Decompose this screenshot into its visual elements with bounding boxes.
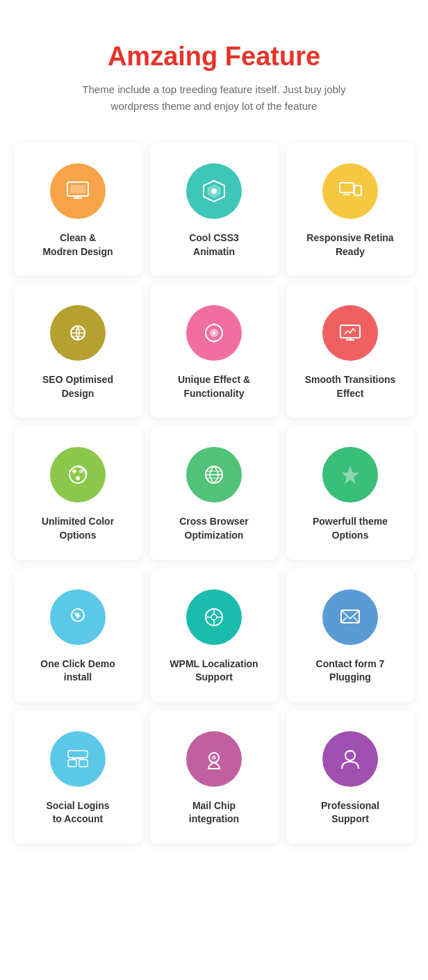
- feature-icon-wpml-localization-support: [186, 589, 242, 645]
- feature-icon-professional-support: [322, 731, 378, 787]
- svg-point-6: [211, 188, 217, 194]
- feature-icon-one-click-demo-install: [50, 589, 106, 645]
- svg-rect-7: [340, 183, 354, 193]
- feature-card-smooth-transitions-effect: Smooth TransitionsEffect: [286, 284, 414, 418]
- feature-card-contact-form-plugging: Contact form 7Plugging: [286, 569, 414, 702]
- feature-card-powerfull-theme-options: Powerfull themeOptions: [286, 426, 414, 560]
- feature-label-clean-modern-design: Clean &Modren Design: [42, 231, 113, 259]
- feature-label-unique-effect-functionality: Unique Effect &Functionality: [178, 373, 250, 400]
- feature-label-social-logins-to-account: Social Loginsto Account: [46, 799, 109, 826]
- feature-card-responsive-retina-ready: Responsive RetinaReady: [286, 142, 414, 276]
- feature-icon-unlimited-color-options: [50, 447, 106, 503]
- features-grid: Clean &Modren Design Cool CSS3Animatin R…: [14, 142, 414, 844]
- svg-line-51: [347, 751, 347, 753]
- feature-card-unlimited-color-options: Unlimited ColorOptions: [14, 426, 142, 560]
- svg-point-23: [72, 469, 76, 473]
- svg-rect-19: [340, 325, 360, 338]
- svg-rect-3: [70, 185, 85, 193]
- feature-card-one-click-demo-install: One Click Demoinstall: [14, 569, 142, 702]
- page-header: Amzaing Feature Theme include a top tree…: [14, 42, 414, 115]
- feature-label-smooth-transitions-effect: Smooth TransitionsEffect: [305, 373, 396, 400]
- svg-line-40: [354, 617, 359, 623]
- svg-point-16: [213, 332, 215, 334]
- feature-icon-mail-chip-integration: [186, 731, 242, 787]
- feature-icon-unique-effect-functionality: [186, 305, 242, 361]
- feature-icon-cross-browser-optimization: [186, 447, 242, 503]
- feature-label-powerfull-theme-options: Powerfull themeOptions: [313, 515, 388, 542]
- feature-label-seo-optimised-design: SEO OptimisedDesign: [42, 373, 113, 400]
- feature-card-seo-optimised-design: SEO OptimisedDesign: [14, 284, 142, 418]
- svg-rect-41: [68, 751, 88, 758]
- feature-card-professional-support: ProfessionalSupport: [286, 710, 414, 844]
- feature-label-wpml-localization-support: WPML LocalizationSupport: [170, 658, 258, 685]
- feature-icon-powerfull-theme-options: [322, 447, 378, 503]
- feature-label-contact-form-plugging: Contact form 7Plugging: [316, 658, 385, 685]
- feature-label-cross-browser-optimization: Cross BrowserOptimization: [179, 515, 249, 542]
- feature-icon-cool-css3-animation: [186, 163, 242, 219]
- feature-icon-seo-optimised-design: [50, 305, 106, 361]
- feature-label-professional-support: ProfessionalSupport: [321, 799, 379, 826]
- feature-card-wpml-localization-support: WPML LocalizationSupport: [150, 569, 278, 702]
- feature-icon-responsive-retina-ready: [322, 163, 378, 219]
- feature-card-cool-css3-animation: Cool CSS3Animatin: [150, 142, 278, 276]
- svg-point-31: [74, 612, 77, 615]
- svg-line-39: [341, 617, 347, 623]
- feature-icon-contact-form-plugging: [322, 589, 378, 645]
- feature-icon-smooth-transitions-effect: [322, 305, 378, 361]
- feature-card-cross-browser-optimization: Cross BrowserOptimization: [150, 426, 278, 560]
- feature-card-mail-chip-integration: Mail Chipintegration: [150, 710, 278, 844]
- feature-card-social-logins-to-account: Social Loginsto Account: [14, 710, 142, 844]
- page-wrapper: Amzaing Feature Theme include a top tree…: [0, 0, 428, 885]
- feature-icon-clean-modern-design: [50, 163, 106, 219]
- svg-point-48: [212, 756, 216, 760]
- feature-label-unlimited-color-options: Unlimited ColorOptions: [42, 515, 114, 542]
- feature-label-cool-css3-animation: Cool CSS3Animatin: [189, 231, 239, 259]
- page-subtitle: Theme include a top treeding feature its…: [14, 81, 414, 115]
- feature-label-responsive-retina-ready: Responsive RetinaReady: [306, 231, 393, 259]
- svg-rect-42: [68, 760, 76, 767]
- feature-label-one-click-demo-install: One Click Demoinstall: [40, 658, 115, 685]
- feature-card-unique-effect-functionality: Unique Effect &Functionality: [150, 284, 278, 418]
- svg-rect-8: [354, 186, 361, 195]
- page-title: Amzaing Feature: [14, 42, 414, 72]
- svg-point-24: [79, 469, 83, 473]
- svg-point-25: [76, 476, 80, 480]
- feature-card-clean-modern-design: Clean &Modren Design: [14, 142, 142, 276]
- svg-point-33: [211, 614, 217, 620]
- feature-label-mail-chip-integration: Mail Chipintegration: [189, 799, 239, 826]
- svg-rect-43: [79, 760, 88, 767]
- feature-icon-social-logins-to-account: [50, 731, 106, 787]
